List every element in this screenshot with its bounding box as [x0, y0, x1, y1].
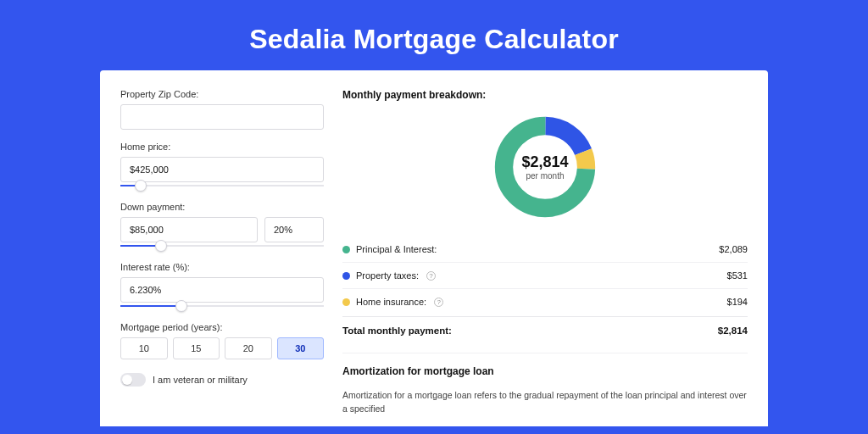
down-payment-label: Down payment:	[120, 202, 324, 212]
zip-label: Property Zip Code:	[120, 89, 324, 99]
legend-row: Property taxes:?$531	[342, 263, 748, 289]
divider	[342, 353, 748, 353]
zip-input[interactable]	[120, 104, 324, 130]
legend-value: $531	[727, 270, 748, 281]
interest-rate-field: Interest rate (%):	[120, 262, 324, 310]
legend-label: Principal & Interest:	[356, 244, 437, 254]
period-field: Mortgage period (years): 10152030	[120, 322, 324, 359]
donut-value: $2,814	[521, 153, 568, 171]
form-column: Property Zip Code: Home price: Down paym…	[120, 89, 324, 426]
down-payment-pct-input[interactable]	[264, 217, 324, 242]
legend-row: Principal & Interest:$2,089	[342, 236, 748, 263]
amortization-title: Amortization for mortgage loan	[342, 365, 748, 377]
interest-rate-input[interactable]	[120, 277, 324, 303]
total-label: Total monthly payment:	[342, 326, 452, 336]
down-payment-field: Down payment:	[120, 202, 324, 250]
breakdown-title: Monthly payment breakdown:	[342, 89, 748, 101]
calculator-app: Property Zip Code: Home price: Down paym…	[100, 70, 768, 426]
page-title: Sedalia Mortgage Calculator	[0, 0, 868, 70]
donut-chart: $2,814 per month	[342, 113, 748, 221]
info-icon[interactable]: ?	[434, 298, 443, 307]
legend-row: Home insurance:?$194	[342, 289, 748, 314]
interest-rate-label: Interest rate (%):	[120, 262, 324, 272]
info-icon[interactable]: ?	[426, 271, 436, 281]
total-value: $2,814	[718, 326, 748, 336]
period-option-20[interactable]: 20	[225, 337, 272, 359]
home-price-input[interactable]	[120, 157, 324, 182]
slider-thumb[interactable]	[135, 180, 147, 192]
period-option-15[interactable]: 15	[173, 337, 220, 359]
period-options: 10152030	[120, 337, 324, 359]
period-option-10[interactable]: 10	[120, 337, 168, 359]
legend-dot-icon	[342, 246, 350, 253]
down-payment-input[interactable]	[120, 217, 258, 242]
home-price-slider[interactable]	[120, 181, 324, 190]
down-payment-slider[interactable]	[120, 242, 324, 250]
breakdown-column: Monthly payment breakdown: $2,814 per mo…	[342, 89, 748, 426]
home-price-label: Home price:	[120, 142, 324, 152]
veteran-toggle[interactable]	[120, 373, 146, 387]
legend-label: Property taxes:	[356, 270, 419, 281]
total-row: Total monthly payment: $2,814	[342, 316, 748, 348]
legend-dot-icon	[342, 298, 350, 306]
home-price-field: Home price:	[120, 142, 324, 190]
legend-label: Home insurance:	[356, 297, 426, 307]
slider-thumb[interactable]	[175, 300, 187, 312]
interest-rate-slider[interactable]	[120, 302, 324, 310]
period-option-30[interactable]: 30	[277, 337, 325, 359]
legend-value: $194	[727, 297, 748, 307]
legend-value: $2,089	[719, 244, 748, 254]
donut-sub: per month	[526, 171, 564, 181]
amortization-text: Amortization for a mortgage loan refers …	[342, 389, 748, 416]
veteran-label: I am veteran or military	[153, 375, 248, 385]
zip-field: Property Zip Code:	[120, 89, 324, 130]
slider-thumb[interactable]	[155, 240, 167, 252]
legend-dot-icon	[342, 272, 350, 280]
period-label: Mortgage period (years):	[120, 322, 324, 332]
veteran-row: I am veteran or military	[120, 373, 324, 387]
